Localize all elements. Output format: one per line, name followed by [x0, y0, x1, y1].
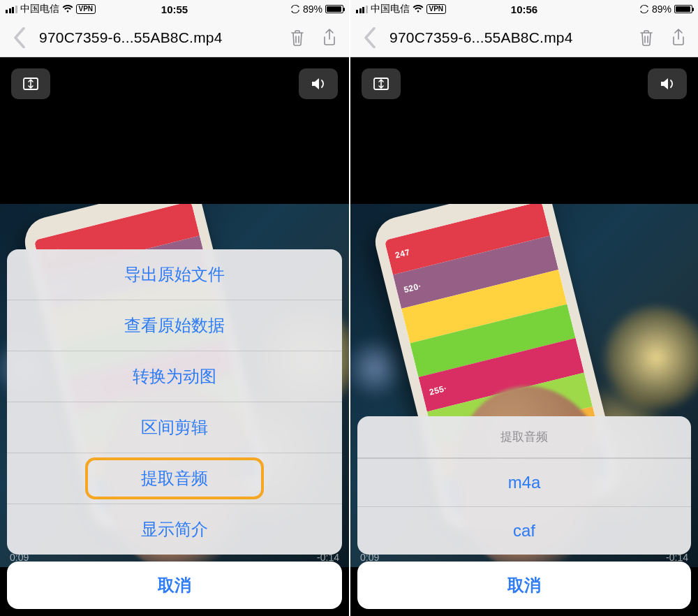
sheet-option-extract-audio[interactable]: 提取音频 — [7, 453, 342, 504]
sheet-option-trim[interactable]: 区间剪辑 — [7, 402, 342, 453]
sheet-option-caf[interactable]: caf — [357, 506, 691, 555]
sheet-option-convert-gif[interactable]: 转换为动图 — [7, 351, 342, 402]
action-sheet: 提取音频 m4a caf 取消 — [350, 0, 698, 616]
sheet-option-export-original[interactable]: 导出原始文件 — [7, 249, 342, 300]
action-sheet: 导出原始文件 查看原始数据 转换为动图 区间剪辑 提取音频 显示简介 取消 — [0, 0, 349, 616]
phone-right: 中国电信 VPN 10:56 89% 970C7359-6...55AB8C.m… — [349, 0, 698, 616]
action-sheet-options: 提取音频 m4a caf — [357, 416, 691, 555]
sheet-option-m4a[interactable]: m4a — [357, 458, 691, 506]
sheet-title: 提取音频 — [357, 416, 691, 458]
sheet-cancel-button[interactable]: 取消 — [357, 562, 691, 609]
sheet-option-view-raw[interactable]: 查看原始数据 — [7, 300, 342, 351]
phone-left: 中国电信 VPN 10:55 89% 970C7359-6...55AB8C.m… — [0, 0, 349, 616]
sheet-option-label: 提取音频 — [141, 469, 208, 487]
sheet-option-show-info[interactable]: 显示简介 — [7, 504, 342, 555]
sheet-cancel-button[interactable]: 取消 — [7, 562, 342, 609]
action-sheet-options: 导出原始文件 查看原始数据 转换为动图 区间剪辑 提取音频 显示简介 — [7, 249, 342, 555]
